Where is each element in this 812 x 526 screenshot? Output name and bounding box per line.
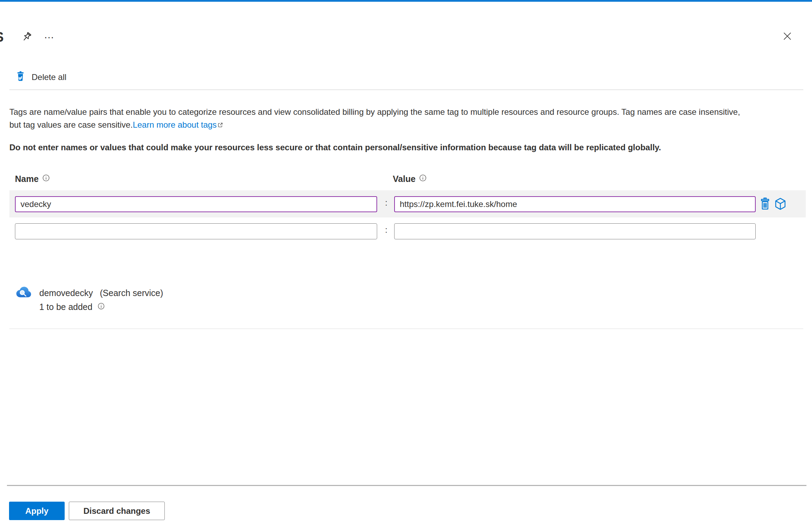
resource-status: 1 to be added bbox=[39, 302, 92, 312]
value-column-header: Value bbox=[393, 174, 427, 184]
name-column-header: Name bbox=[15, 174, 50, 184]
search-cloud-icon bbox=[15, 285, 32, 301]
delete-all-button[interactable]: Delete all bbox=[15, 71, 66, 84]
close-icon bbox=[782, 37, 793, 42]
cube-icon bbox=[773, 207, 787, 212]
info-icon[interactable] bbox=[97, 302, 105, 312]
pin-icon bbox=[21, 39, 32, 44]
footer-divider bbox=[7, 485, 806, 486]
tag-row: : bbox=[9, 190, 806, 217]
description-line1: Tags are name/value pairs that enable yo… bbox=[9, 107, 740, 117]
description-line2: but tag values are case sensitive. bbox=[9, 120, 133, 129]
resource-name: demovedecky bbox=[39, 288, 93, 298]
tag-value-input[interactable] bbox=[394, 223, 756, 239]
resource-status-line: 1 to be added bbox=[39, 302, 105, 312]
delete-all-label: Delete all bbox=[32, 72, 66, 82]
blade-title-fragment: S bbox=[0, 29, 4, 45]
trash-check-icon bbox=[15, 71, 26, 84]
delete-tag-button[interactable] bbox=[757, 197, 773, 212]
close-button[interactable] bbox=[781, 31, 793, 42]
info-icon[interactable] bbox=[42, 174, 50, 184]
tag-value-input[interactable] bbox=[394, 196, 756, 212]
more-options-button[interactable]: … bbox=[42, 28, 56, 42]
info-icon[interactable] bbox=[419, 174, 427, 184]
tags-description: Tags are name/value pairs that enable yo… bbox=[9, 105, 809, 132]
discard-changes-button[interactable]: Discard changes bbox=[69, 502, 165, 520]
pin-button[interactable] bbox=[20, 31, 33, 44]
resource-scope-button[interactable] bbox=[773, 197, 788, 212]
tag-name-input[interactable] bbox=[15, 223, 377, 239]
more-icon: … bbox=[44, 29, 55, 40]
external-link-icon bbox=[217, 120, 223, 130]
tag-row: : bbox=[9, 217, 806, 245]
trash-icon bbox=[758, 207, 772, 212]
name-value-separator: : bbox=[383, 225, 389, 235]
tag-name-input[interactable] bbox=[15, 196, 377, 212]
resource-type: (Search service) bbox=[100, 288, 163, 298]
resource-name-line: demovedecky(Search service) bbox=[39, 288, 163, 298]
value-header-label: Value bbox=[393, 174, 415, 184]
learn-more-link[interactable]: Learn more about tags bbox=[133, 120, 217, 129]
divider bbox=[9, 89, 803, 90]
name-value-separator: : bbox=[383, 198, 389, 208]
divider bbox=[9, 328, 803, 329]
top-accent-stripe bbox=[0, 0, 812, 2]
name-header-label: Name bbox=[15, 174, 39, 184]
security-warning-text: Do not enter names or values that could … bbox=[9, 143, 809, 152]
apply-button[interactable]: Apply bbox=[9, 502, 65, 520]
